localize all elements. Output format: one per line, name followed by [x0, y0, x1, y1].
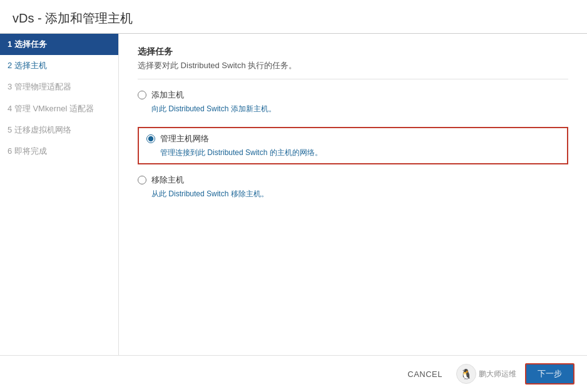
option-add-host-row: 添加主机	[138, 89, 568, 101]
page-title: vDs - 添加和管理主机	[0, 0, 587, 34]
sidebar-item-step4: 4 管理 VMkernel 适配器	[0, 98, 118, 119]
option-manage-network-desc: 管理连接到此 Distributed Switch 的主机的网络。	[160, 147, 559, 158]
option-remove-host: 移除主机 从此 Distributed Switch 移除主机。	[138, 174, 568, 199]
cancel-button[interactable]: CANCEL	[400, 366, 450, 383]
watermark: 🐧 鹏大师运维	[456, 364, 516, 384]
radio-manage-network[interactable]	[146, 134, 155, 143]
next-button[interactable]: 下一步	[525, 363, 574, 384]
sidebar-item-step2[interactable]: 2 选择主机	[0, 55, 118, 76]
sidebar: 1 选择任务 2 选择主机 3 管理物理适配器 4 管理 VMkernel 适配…	[0, 34, 119, 355]
option-remove-host-row: 移除主机	[138, 174, 568, 186]
main-content: 选择任务 选择要对此 Distributed Switch 执行的任务。 添加主…	[119, 34, 587, 355]
section-desc: 选择要对此 Distributed Switch 执行的任务。	[138, 60, 568, 79]
option-manage-network-box: 管理主机网络 管理连接到此 Distributed Switch 的主机的网络。	[138, 127, 568, 164]
footer: CANCEL 🐧 鹏大师运维 下一步	[0, 355, 587, 392]
watermark-icon: 🐧	[456, 364, 476, 384]
sidebar-item-step5: 5 迁移虚拟机网络	[0, 119, 118, 141]
option-manage-network-label: 管理主机网络	[160, 133, 209, 144]
sidebar-item-step1[interactable]: 1 选择任务	[0, 34, 118, 55]
option-manage-network-row: 管理主机网络	[146, 133, 559, 144]
section-title: 选择任务	[138, 46, 568, 58]
radio-remove-host[interactable]	[138, 176, 146, 184]
options-area: 添加主机 向此 Distributed Switch 添加新主机。 管理主机网络…	[138, 89, 568, 199]
option-add-host-label: 添加主机	[151, 89, 184, 101]
option-add-host-desc: 向此 Distributed Switch 添加新主机。	[151, 103, 568, 114]
page-container: vDs - 添加和管理主机 1 选择任务 2 选择主机 3 管理物理适配器 4 …	[0, 0, 587, 392]
radio-add-host[interactable]	[138, 91, 146, 99]
option-remove-host-label: 移除主机	[151, 174, 184, 186]
sidebar-item-step3: 3 管理物理适配器	[0, 76, 118, 98]
content-area: 1 选择任务 2 选择主机 3 管理物理适配器 4 管理 VMkernel 适配…	[0, 34, 587, 355]
option-add-host: 添加主机 向此 Distributed Switch 添加新主机。	[138, 89, 568, 114]
watermark-text: 鹏大师运维	[479, 369, 516, 379]
sidebar-item-step6: 6 即将完成	[0, 141, 118, 162]
option-remove-host-desc: 从此 Distributed Switch 移除主机。	[151, 188, 568, 199]
